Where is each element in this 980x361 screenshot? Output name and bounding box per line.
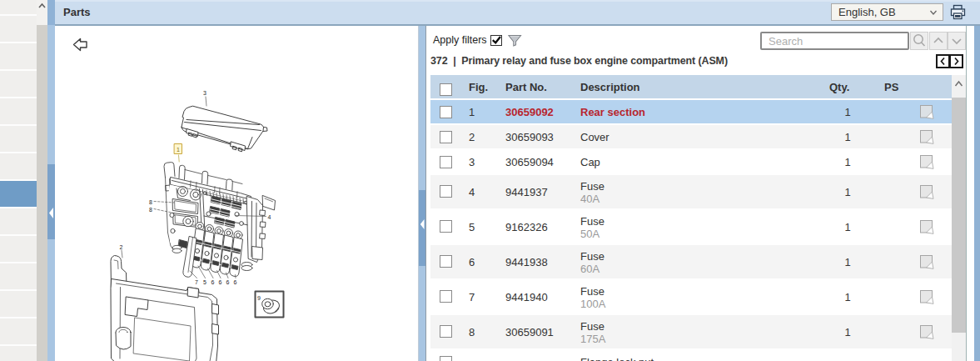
svg-text:4: 4 bbox=[268, 214, 271, 220]
svg-text:5: 5 bbox=[203, 279, 206, 285]
svg-text:8: 8 bbox=[149, 207, 152, 213]
svg-text:7: 7 bbox=[195, 279, 198, 285]
svg-text:9: 9 bbox=[257, 295, 261, 301]
svg-text:1: 1 bbox=[177, 147, 180, 153]
svg-text:3: 3 bbox=[203, 90, 206, 96]
svg-text:8: 8 bbox=[149, 199, 152, 205]
svg-text:2: 2 bbox=[120, 244, 123, 250]
svg-text:6: 6 bbox=[219, 279, 222, 285]
svg-text:6: 6 bbox=[226, 279, 230, 285]
svg-text:6: 6 bbox=[234, 279, 237, 285]
svg-text:6: 6 bbox=[211, 279, 215, 285]
